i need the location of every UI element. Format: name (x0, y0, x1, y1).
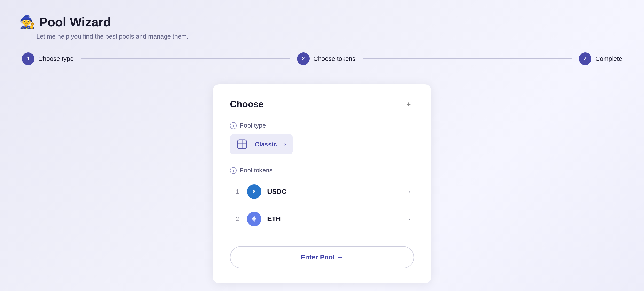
token-row-eth[interactable]: 2 ETH › (230, 206, 414, 232)
pool-type-name: Classic (252, 141, 280, 148)
pool-type-section: i Pool type Classic › (230, 122, 414, 154)
pool-tokens-section: i Pool tokens 1 $ USDC › (230, 167, 414, 232)
main-content: Choose + i Pool type (20, 84, 624, 283)
step-1-circle: 1 (22, 52, 34, 65)
pool-tokens-label: Pool tokens (240, 167, 272, 174)
step-2-number: 2 (302, 56, 305, 62)
token-row-usdc[interactable]: 1 $ USDC › (230, 179, 414, 204)
step-1: 1 Choose type (22, 52, 74, 65)
step-2-circle: 2 (297, 52, 310, 65)
page-subtitle: Let me help you find the best pools and … (36, 33, 624, 40)
step-2-label: Choose tokens (314, 55, 356, 63)
token-1-name: USDC (267, 188, 402, 195)
info-icon-text: i (233, 123, 234, 128)
token-1-number: 1 (234, 188, 241, 195)
token-2-number: 2 (234, 216, 241, 222)
step-complete: ✓ Complete (579, 52, 622, 65)
token-2-chevron: › (408, 216, 410, 222)
pool-type-button[interactable]: Classic › (230, 134, 293, 154)
card-title: Choose (230, 99, 264, 110)
close-icon: + (406, 100, 411, 108)
token-2-name: ETH (267, 215, 402, 223)
pool-tokens-info-icon: i (230, 167, 237, 174)
stepper: 1 Choose type 2 Choose tokens ✓ Complete (20, 52, 624, 65)
close-button[interactable]: + (404, 99, 414, 110)
page-container: 🧙 Pool Wizard Let me help you find the b… (0, 0, 644, 291)
pool-type-chevron: › (284, 141, 286, 147)
page-header: 🧙 Pool Wizard Let me help you find the b… (20, 15, 624, 40)
step-line-2 (363, 59, 572, 59)
step-line-1 (81, 59, 290, 59)
page-title: Pool Wizard (39, 15, 111, 29)
svg-marker-5 (252, 216, 256, 220)
enter-pool-button[interactable]: Enter Pool → (230, 246, 414, 268)
eth-icon (247, 212, 262, 226)
wizard-card: Choose + i Pool type (213, 84, 431, 283)
card-header: Choose + (230, 99, 414, 110)
enter-pool-label: Enter Pool → (301, 253, 343, 261)
tokens-info-icon-text: i (233, 168, 234, 173)
pool-type-info-icon: i (230, 122, 237, 129)
step-complete-icon: ✓ (583, 56, 587, 62)
step-2: 2 Choose tokens (297, 52, 356, 65)
svg-text:$: $ (253, 189, 255, 194)
pool-type-label-row: i Pool type (230, 122, 414, 129)
pool-type-label: Pool type (240, 122, 266, 129)
token-1-chevron: › (408, 188, 410, 195)
step-1-label: Choose type (38, 55, 74, 63)
step-complete-circle: ✓ (579, 52, 592, 65)
classic-pool-icon (237, 139, 248, 150)
step-1-number: 1 (27, 56, 30, 62)
pool-tokens-label-row: i Pool tokens (230, 167, 414, 174)
title-row: 🧙 Pool Wizard (20, 15, 624, 29)
step-complete-label: Complete (595, 55, 622, 63)
usdc-icon: $ (247, 184, 262, 199)
wizard-emoji: 🧙 (20, 15, 35, 29)
token-divider (230, 205, 414, 205)
